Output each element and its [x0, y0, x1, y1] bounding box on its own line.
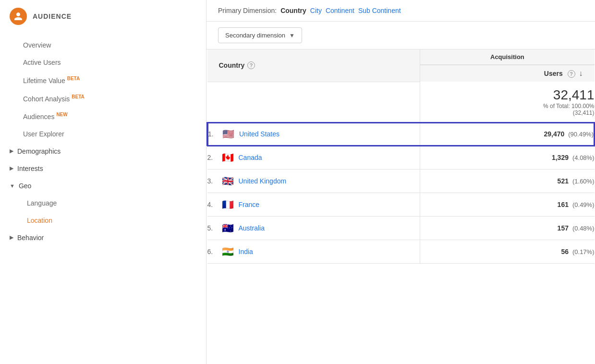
chevron-right-icon: ▶: [10, 165, 13, 171]
sidebar-item-cohort-analysis[interactable]: Cohort AnalysisBETA: [0, 89, 206, 108]
table-row[interactable]: 6. 🇮🇳 India 56(0.17%): [207, 240, 595, 264]
users-pct: (0.17%): [572, 248, 595, 255]
row-rank: 1.: [208, 130, 218, 138]
country-flag: 🇬🇧: [222, 175, 234, 187]
country-name-link[interactable]: United States: [239, 130, 279, 138]
users-pct: (0.48%): [572, 225, 595, 232]
users-pct: (90.49%): [568, 131, 594, 138]
dimension-sub-continent[interactable]: Sub Continent: [358, 7, 401, 14]
sidebar-item-behavior[interactable]: ▶ Behavior: [0, 229, 206, 246]
avatar: [10, 8, 27, 25]
dimension-continent[interactable]: Continent: [326, 7, 354, 14]
total-pct-label: % of Total: 100.00%: [420, 103, 594, 109]
chevron-down-icon: ▼: [289, 32, 295, 39]
primary-dimension-label: Primary Dimension:: [218, 7, 277, 14]
users-count: 521: [558, 177, 569, 185]
sidebar-item-user-explorer[interactable]: User Explorer: [0, 125, 206, 143]
users-count: 157: [558, 224, 569, 232]
row-rank: 3.: [207, 177, 217, 185]
sidebar-item-overview[interactable]: Overview: [0, 36, 206, 54]
audience-title: AUDIENCE: [33, 12, 72, 20]
country-flag: 🇨🇦: [222, 152, 234, 163]
sidebar-item-demographics[interactable]: ▶ Demographics: [0, 143, 206, 160]
table-row[interactable]: 5. 🇦🇺 Australia 157(0.48%): [207, 217, 595, 240]
row-rank: 5.: [207, 224, 217, 232]
country-name-link[interactable]: Australia: [239, 224, 265, 232]
column-header-country: Country ?: [207, 49, 420, 82]
sort-arrow-icon[interactable]: ↓: [579, 69, 583, 77]
column-header-users: Users ? ↓: [420, 65, 595, 82]
chevron-right-icon: ▶: [10, 234, 13, 241]
dimension-city[interactable]: City: [310, 7, 322, 14]
row-rank: 6.: [207, 248, 217, 255]
row-rank: 4.: [207, 201, 217, 208]
sidebar-item-lifetime-value[interactable]: Lifetime ValueBETA: [0, 71, 206, 89]
country-name-link[interactable]: India: [239, 248, 253, 255]
total-users-number: 32,411: [420, 87, 594, 103]
geo-subnav: Language Location: [0, 194, 206, 229]
total-pct-value: (32,411): [420, 109, 594, 116]
primary-dimension-bar: Primary Dimension: Country City Continen…: [206, 0, 595, 22]
totals-row: 32,411 % of Total: 100.00% (32,411): [207, 82, 595, 122]
column-header-acquisition: Acquisition: [420, 49, 595, 65]
secondary-dimension-bar: Secondary dimension ▼: [206, 22, 595, 49]
chevron-down-icon: ▼: [10, 183, 15, 189]
table-row[interactable]: 4. 🇫🇷 France 161(0.49%): [207, 193, 595, 217]
country-name-link[interactable]: United Kingdom: [239, 177, 287, 185]
sidebar: AUDIENCE Overview Active Users Lifetime …: [0, 0, 206, 364]
secondary-dimension-button[interactable]: Secondary dimension ▼: [218, 27, 302, 43]
users-count: 56: [561, 248, 569, 255]
sidebar-item-language[interactable]: Language: [0, 194, 206, 212]
users-count: 161: [558, 201, 569, 208]
users-pct: (1.60%): [572, 178, 595, 185]
users-pct: (4.08%): [572, 154, 595, 161]
secondary-dimension-label: Secondary dimension: [225, 32, 285, 39]
dimension-country[interactable]: Country: [280, 7, 306, 14]
chevron-right-icon: ▶: [10, 148, 13, 154]
sidebar-navigation: Overview Active Users Lifetime ValueBETA…: [0, 33, 206, 250]
country-flag: 🇦🇺: [222, 222, 234, 234]
country-help-icon[interactable]: ?: [247, 61, 255, 69]
country-name-link[interactable]: Canada: [239, 154, 262, 161]
sidebar-item-audiences[interactable]: AudiencesNEW: [0, 107, 206, 125]
table-row[interactable]: 2. 🇨🇦 Canada 1,329(4.08%): [207, 146, 595, 170]
users-pct: (0.49%): [572, 201, 595, 208]
users-count: 1,329: [552, 154, 569, 161]
users-help-icon[interactable]: ?: [568, 70, 575, 78]
sidebar-header: AUDIENCE: [0, 0, 206, 33]
country-flag: 🇺🇸: [222, 128, 234, 140]
sidebar-item-geo[interactable]: ▼ Geo: [0, 177, 206, 194]
data-table: Country ? Acquisition Users ? ↓: [206, 49, 595, 364]
row-rank: 2.: [207, 154, 217, 161]
table-row[interactable]: 1. 🇺🇸 United States 29,470(90.49%): [207, 122, 595, 146]
country-name-link[interactable]: France: [239, 201, 260, 208]
main-content: Primary Dimension: Country City Continen…: [206, 0, 595, 364]
country-flag: 🇫🇷: [222, 199, 234, 210]
sidebar-item-location[interactable]: Location: [0, 212, 206, 229]
sidebar-item-active-users[interactable]: Active Users: [0, 54, 206, 71]
table-row[interactable]: 3. 🇬🇧 United Kingdom 521(1.60%): [207, 170, 595, 193]
users-count: 29,470: [544, 130, 564, 138]
sidebar-item-interests[interactable]: ▶ Interests: [0, 160, 206, 177]
country-flag: 🇮🇳: [222, 246, 234, 257]
